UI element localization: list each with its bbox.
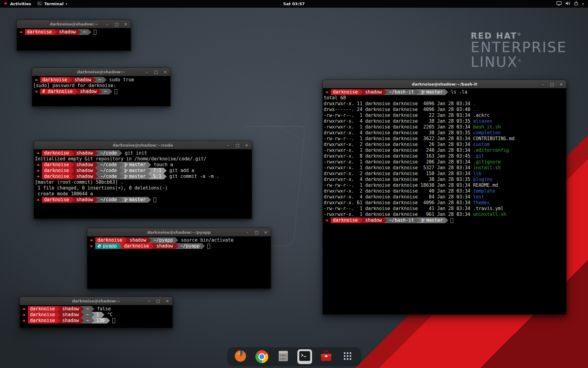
titlebar[interactable]: darknoise@shadow:~ – □ × [32,68,170,76]
window-title: darknoise@shadow:~ [72,299,120,303]
maximize-button[interactable]: □ [235,143,240,147]
terminal-cursor [450,218,453,223]
dock-item-chrome[interactable] [254,349,269,364]
terminal-line: darknoiseshadow~/codemaster touch a [35,162,251,168]
powerline-arrow-icon [360,89,363,95]
clock[interactable]: Sat 03:57 [280,0,308,8]
terminal-content[interactable]: darknoiseshadow~/code git initInitialize… [34,149,252,203]
terminal-text: Initialized empty Git repository in /hom… [35,156,206,162]
powerline-arrow-icon [445,217,448,223]
terminal-text: lib [473,171,481,177]
minimize-button[interactable]: – [226,143,231,147]
terminal-text: touch a [151,162,173,168]
titlebar[interactable]: darknoise@shadow:~/pyapp – □ × [87,228,271,236]
terminal-text: -rwxrwxr-x. 1 darknoise darknoise 5327 J… [324,165,473,171]
redhat-icon [35,168,42,174]
prompt-segment: ~/pyapp [151,237,175,243]
maximize-button[interactable]: □ [156,299,160,303]
terminal-line: darknoiseshadow~130 [21,318,172,324]
prompt-segment: ~/code [98,162,119,168]
dock-item-terminal[interactable] [297,349,312,364]
powerline-arrow-icon [95,197,98,203]
terminal-line: create mode 100644 a [35,191,251,197]
dock-item-toolbox[interactable] [319,349,334,364]
status-area[interactable]: ▾ [552,0,588,8]
app-menu-terminal[interactable]: Terminal ▾ [34,0,70,8]
terminal-content[interactable]: darknoiseshadow~ sudo true[sudo] passwor… [32,76,170,95]
terminal-text: .git [473,153,484,159]
titlebar[interactable]: darknoise@shadow:~ – □ × [17,20,131,28]
terminal-content[interactable]: darknoiseshadow~ falsedarknoiseshadow~1 … [20,305,172,324]
dock-item-files[interactable] [276,349,291,364]
window-controls: – □ × [541,80,564,88]
prompt-segment: shadow [74,197,95,203]
redhat-icon [21,306,28,312]
prompt-segment: ~/pyapp [178,243,202,249]
branch-icon [124,198,128,202]
terminal-line: drwxrwxr-x. 4 darknoise darknoise 38 Jan… [324,130,566,136]
powerline-arrow-icon [148,174,151,179]
maximize-button[interactable]: □ [254,230,259,234]
chevron-down-icon: ▾ [582,2,584,6]
terminal-text: -rw-rw-r--. 1 darknoise darknoise 22 Jan… [324,113,473,118]
chrome-icon [255,350,268,363]
terminal-text: -rwxrwxr-x. 1 darknoise darknoise 206 Ja… [324,159,473,165]
window-controls: – □ × [105,20,128,28]
powerline-arrow-icon [91,306,94,312]
powerline-arrow-icon [71,168,74,174]
powerline-arrow-icon [148,162,151,168]
terminal-text: README.md [473,182,498,188]
close-button[interactable]: × [244,143,249,147]
powerline-arrow-icon [384,89,387,95]
terminal-content[interactable]: darknoiseshadow~/pyapp source bin/activa… [87,236,271,250]
terminal-cursor [115,89,117,94]
dock [227,347,361,366]
powerline-arrow-icon [71,150,74,156]
terminal-line: # darknoiseshadow~ [33,89,170,94]
minimize-button[interactable]: – [147,299,151,303]
prompt-segment: master [122,162,148,168]
powerline-arrow-icon [99,89,102,94]
powerline-arrow-icon [95,168,98,174]
terminal-window-pyapp: darknoise@shadow:~/pyapp – □ × darknoise… [87,228,271,289]
dock-item-app-grid[interactable] [340,349,355,364]
maximize-button[interactable]: □ [550,82,554,86]
prompt-segment: pyapp [95,243,119,249]
dock-item-firefox[interactable] [233,349,248,364]
close-button[interactable]: × [263,230,268,234]
prompt-segment: darknoise [331,89,360,95]
close-button[interactable]: × [559,82,564,86]
terminal-line: -rwxrwxr-x. 1 darknoise darknoise 961 Ja… [324,212,566,217]
prompt-segment: darknoise [28,306,57,312]
chevron-down-icon: ▾ [66,2,67,6]
powerline-arrow-icon [71,197,74,203]
close-button[interactable]: × [123,22,128,26]
minimize-button[interactable]: – [145,70,149,74]
titlebar[interactable]: darknoise@shadow:~ – □ × [20,297,172,305]
activities-button[interactable]: Activities [0,0,34,8]
titlebar[interactable]: darknoise@shadow:~/bash-it – □ × [323,80,566,88]
power-icon [574,1,579,7]
terminal-content[interactable]: darknoiseshadow~/bash-itmaster ls -latot… [323,88,566,224]
minimize-button[interactable]: – [245,230,250,234]
terminal-text: ^C [104,312,113,318]
terminal-line: -rwxrwxr-x. 1 darknoise darknoise 240 Ja… [324,148,566,153]
brand-registered-mark: ® [518,59,522,63]
terminal-window-bash-it: darknoise@shadow:~/bash-it – □ × darknoi… [322,80,567,315]
minimize-button[interactable]: – [105,22,110,26]
maximize-button[interactable]: □ [114,22,119,26]
titlebar[interactable]: darknoise@shadow:~/code – □ × [34,141,252,149]
terminal-line: [sudo] password for darknoise: [33,83,170,89]
close-button[interactable]: × [163,70,168,74]
minimize-button[interactable]: – [541,82,545,86]
terminal-text: install.sh [473,165,501,171]
prompt-segment: ~/bash-it [387,217,416,223]
maximize-button[interactable]: □ [154,70,158,74]
window-title: darknoise@shadow:~/code [113,143,173,148]
terminal-line: darknoiseshadow~/pyapp source bin/activa… [88,237,270,243]
terminal-cursor [94,30,96,35]
close-button[interactable]: × [165,299,170,303]
powerline-arrow-icon [202,243,205,249]
terminal-line: -rwxrwxr-x. 1 darknoise darknoise 206 Ja… [324,159,566,165]
terminal-content[interactable]: darknoiseshadow~ [17,28,131,36]
